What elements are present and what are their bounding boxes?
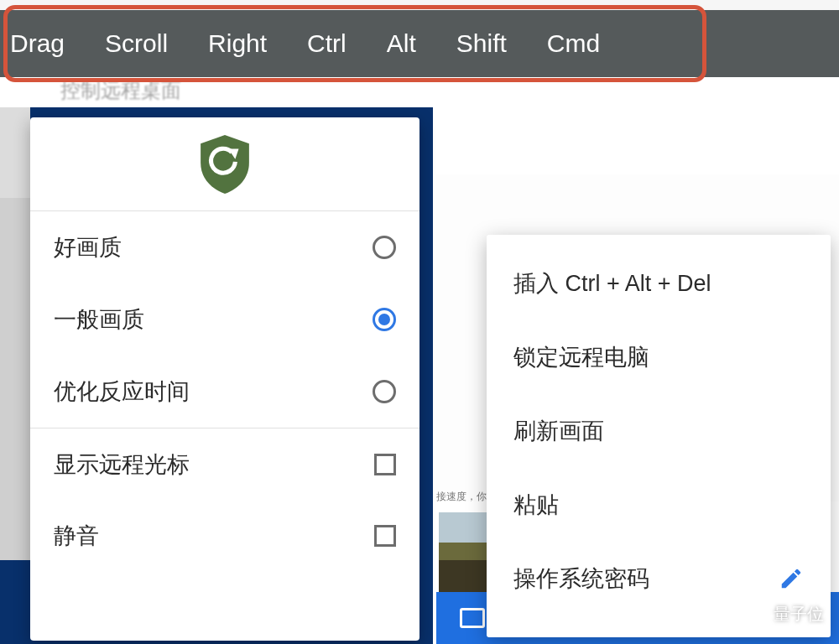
quality-option-normal[interactable]: 一般画质 <box>30 283 420 356</box>
screen-icon[interactable] <box>460 608 485 628</box>
option-label: 好画质 <box>54 232 122 262</box>
ctx-insert-cad[interactable]: 插入 Ctrl + Alt + Del <box>487 247 831 320</box>
source-watermark: 量子位 <box>740 602 824 626</box>
ctx-label: 粘贴 <box>513 490 559 520</box>
ctx-label: 插入 Ctrl + Alt + Del <box>513 268 711 299</box>
right-screenshot: 接速度，你 插入 Ctrl + Alt + Del 锁定远程电脑 刷新画面 粘贴… <box>436 107 839 644</box>
option-label: 一般画质 <box>54 304 144 335</box>
left-screenshot: 好画质 一般画质 优化反应时间 显示远程光标 静音 <box>0 107 433 644</box>
radio-icon <box>373 308 396 331</box>
svg-point-1 <box>752 611 767 625</box>
pencil-icon <box>779 566 804 591</box>
quality-settings-panel: 好画质 一般画质 优化反应时间 显示远程光标 静音 <box>30 117 420 641</box>
watermark-text: 量子位 <box>774 603 824 626</box>
toggle-mute[interactable]: 静音 <box>30 500 420 572</box>
radio-icon <box>373 380 396 403</box>
toggle-show-remote-cursor[interactable]: 显示远程光标 <box>30 428 420 500</box>
ctx-label: 刷新画面 <box>513 416 604 446</box>
remote-desktop-sliver <box>0 107 30 560</box>
option-label: 静音 <box>54 521 99 551</box>
option-label: 优化反应时间 <box>54 377 190 407</box>
wechat-icon <box>740 602 767 626</box>
panel-header <box>30 117 420 211</box>
radio-icon <box>373 236 396 259</box>
toolbar-highlight-box <box>3 5 706 82</box>
ctx-label: 操作系统密码 <box>513 564 649 594</box>
bg-fragment-text: 接速度，你 <box>436 490 487 504</box>
quality-option-latency[interactable]: 优化反应时间 <box>30 356 420 428</box>
checkbox-icon <box>374 454 396 475</box>
ctx-lock-remote[interactable]: 锁定远程电脑 <box>487 320 831 394</box>
ctx-refresh[interactable]: 刷新画面 <box>487 394 831 468</box>
checkbox-icon <box>374 525 396 547</box>
remote-context-menu: 插入 Ctrl + Alt + Del 锁定远程电脑 刷新画面 粘贴 操作系统密… <box>487 235 831 637</box>
ctx-label: 锁定远程电脑 <box>513 342 649 372</box>
ctx-paste[interactable]: 粘贴 <box>487 468 831 542</box>
option-label: 显示远程光标 <box>54 449 190 480</box>
shield-refresh-icon <box>197 132 253 196</box>
quality-option-best[interactable]: 好画质 <box>30 211 420 283</box>
